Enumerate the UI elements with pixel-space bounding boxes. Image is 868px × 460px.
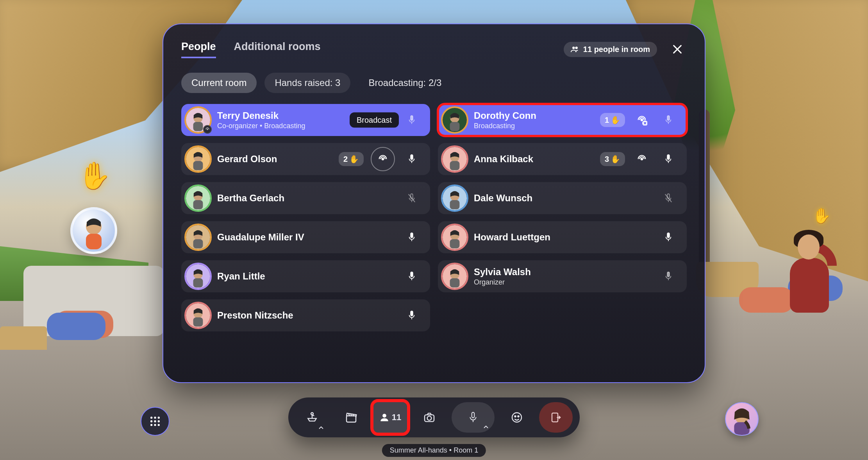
room-name-pill: Summer All-hands • Room 1 — [382, 444, 486, 457]
clapper-button[interactable] — [334, 402, 368, 433]
svg-point-66 — [427, 416, 432, 421]
svg-point-53 — [150, 417, 152, 419]
row-actions — [659, 188, 678, 208]
participant-subtitle: Broadcasting — [474, 122, 600, 130]
avatar — [443, 147, 467, 171]
mic-icon — [407, 115, 416, 125]
participant-row[interactable]: Ryan Little — [181, 260, 430, 292]
participant-row[interactable]: Anna Kilback3✋ — [438, 143, 687, 175]
reactions-button[interactable] — [500, 402, 534, 433]
participant-name-block: Ryan Little — [217, 271, 402, 282]
mic-status[interactable] — [659, 110, 678, 130]
mic-status[interactable] — [402, 227, 421, 247]
svg-point-59 — [150, 424, 152, 426]
svg-point-12 — [382, 158, 384, 160]
broadcast-button[interactable] — [632, 149, 652, 169]
leave-button[interactable] — [539, 402, 573, 433]
room-count-pill[interactable]: 11 people in room — [564, 42, 657, 57]
emoji-icon — [511, 411, 523, 424]
mic-status[interactable] — [659, 267, 678, 286]
mic-status[interactable] — [402, 149, 421, 169]
broadcast-icon — [377, 154, 388, 165]
filter-current-room[interactable]: Current room — [181, 73, 257, 93]
mic-status[interactable] — [402, 267, 421, 286]
row-actions — [402, 227, 421, 247]
close-button[interactable] — [668, 40, 687, 59]
participant-row[interactable]: Guadalupe Miller IV — [181, 221, 430, 253]
svg-point-64 — [382, 414, 386, 418]
leave-icon — [550, 412, 562, 423]
mic-muted-icon — [407, 193, 416, 204]
mic-status[interactable] — [402, 188, 421, 208]
grid-icon — [149, 415, 161, 428]
stop-broadcast-button[interactable] — [632, 110, 652, 130]
participant-list: Terry DenesikCo-organizer • Broadcasting… — [181, 104, 687, 367]
world-avatar-bubble[interactable] — [70, 207, 117, 254]
participant-name-block: Sylvia WalshOrganizer — [474, 267, 659, 286]
svg-point-62 — [311, 413, 313, 415]
svg-point-56 — [150, 420, 152, 422]
ottoman-blue — [47, 313, 105, 340]
app-menu-button[interactable] — [141, 407, 170, 436]
tab-additional-rooms[interactable]: Additional rooms — [234, 41, 321, 58]
self-avatar-button[interactable] — [725, 402, 759, 436]
mic-status[interactable] — [659, 227, 678, 247]
svg-rect-1 — [86, 234, 102, 249]
panel-header: People Additional rooms 11 people in roo… — [181, 40, 687, 59]
mic-status[interactable] — [402, 306, 421, 325]
row-actions — [402, 267, 421, 286]
participant-row[interactable]: Howard Luettgen — [438, 221, 687, 253]
world-avatar-waving[interactable] — [774, 219, 837, 328]
participant-row[interactable]: Gerard Olson2✋ — [181, 143, 430, 175]
side-table-left — [0, 326, 47, 350]
person-icon — [379, 412, 389, 422]
broadcast-icon — [636, 154, 647, 165]
participant-name: Anna Kilback — [474, 154, 600, 165]
participant-row[interactable]: Sylvia WalshOrganizer — [438, 260, 687, 292]
participant-row[interactable]: Dorothy ConnBroadcasting1✋ — [438, 104, 687, 136]
people-icon — [571, 45, 579, 54]
mic-icon — [664, 232, 673, 243]
mic-icon — [664, 154, 673, 165]
participant-name-block: Dale Wunsch — [474, 193, 659, 204]
svg-rect-8 — [411, 116, 413, 120]
camera-button[interactable] — [413, 402, 446, 433]
participant-row[interactable]: Preston Nitzsche — [181, 299, 430, 331]
participant-column-right: Dorothy ConnBroadcasting1✋Anna Kilback3✋… — [438, 104, 687, 367]
participant-name: Bertha Gerlach — [217, 193, 402, 204]
svg-point-57 — [154, 420, 156, 422]
avatar — [186, 186, 210, 210]
row-actions: 1✋ — [600, 110, 678, 130]
filter-hands-raised[interactable]: Hands raised: 3 — [264, 73, 350, 93]
participant-name-block: Bertha Gerlach — [217, 193, 402, 204]
svg-rect-48 — [667, 233, 670, 238]
mic-status[interactable] — [659, 188, 678, 208]
row-actions — [402, 306, 421, 325]
svg-point-54 — [154, 417, 156, 419]
svg-point-7 — [207, 129, 208, 130]
participant-name: Howard Luettgen — [474, 232, 659, 243]
svg-rect-21 — [411, 233, 413, 238]
mic-button[interactable] — [452, 402, 495, 433]
mic-status[interactable] — [659, 149, 678, 169]
participant-row[interactable]: Dale Wunsch — [438, 182, 687, 214]
broadcast-tooltip: Broadcast — [350, 113, 399, 128]
participant-row[interactable]: Bertha Gerlach — [181, 182, 430, 214]
broadcast-button[interactable] — [371, 147, 395, 171]
chevron-up-icon — [484, 426, 488, 429]
row-actions — [402, 188, 421, 208]
svg-rect-40 — [667, 155, 670, 159]
mic-icon — [407, 271, 416, 282]
avatar — [186, 225, 210, 249]
avatar — [186, 108, 210, 132]
svg-point-2 — [572, 47, 575, 49]
participant-row[interactable]: Terry DenesikCo-organizer • Broadcasting… — [181, 104, 430, 136]
tab-people[interactable]: People — [181, 41, 216, 58]
filter-broadcasting[interactable]: Broadcasting: 2/3 — [358, 73, 452, 93]
row-actions — [659, 227, 678, 247]
participant-name-block: Gerard Olson — [217, 154, 339, 165]
svg-point-3 — [575, 47, 577, 49]
spaces-button[interactable] — [295, 402, 329, 433]
people-button[interactable]: 11 — [373, 402, 407, 433]
mic-status[interactable] — [402, 110, 421, 130]
